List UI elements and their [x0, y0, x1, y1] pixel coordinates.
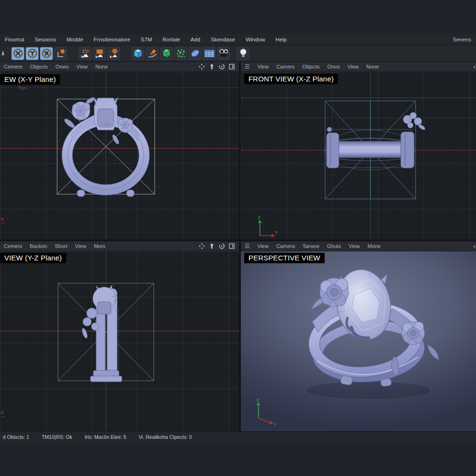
menubar-right-label: Senens: [453, 37, 471, 42]
camera-icon[interactable]: [217, 47, 230, 60]
viewport-front-menubar: ☰ View Camers Objscts Onos View None: [241, 62, 476, 72]
viewport-side: Cemers Backon Short View Mors: [0, 241, 239, 431]
viewport-menu-item[interactable]: Cemere: [4, 64, 22, 69]
effector-icon[interactable]: [174, 47, 187, 60]
viewport-menu-item[interactable]: View: [75, 243, 87, 249]
viewport-menu-item[interactable]: Cemers: [4, 243, 22, 249]
ring-side-ortho-scene: [0, 251, 239, 431]
rotate-tool-icon[interactable]: [40, 47, 53, 60]
ring-front-wireframe-scene: [0, 72, 239, 239]
viewport-title: PERSPECTIVE VIEW: [244, 253, 325, 263]
axis-gizmo: z x: [251, 398, 280, 426]
scale-tool-icon[interactable]: [26, 47, 39, 60]
status-renderable: Vi. Reailkoha Ctpects: 0: [139, 434, 192, 440]
viewport-menu-item[interactable]: Mors: [94, 243, 105, 249]
viewport-front-canvas[interactable]: FRONT VIEW (X-Z Plane) z x: [241, 72, 476, 239]
viewport-menu-item[interactable]: Camera: [276, 243, 295, 249]
viewport-subtitle: Tays: [18, 86, 27, 90]
pan-icon[interactable]: [198, 243, 205, 249]
viewport-menu-item[interactable]: View: [77, 64, 88, 69]
cube-primitive-icon[interactable]: [131, 47, 144, 60]
pan-icon[interactable]: [473, 64, 476, 70]
menu-item[interactable]: Help: [276, 37, 287, 42]
application-window: Fioomst Sesoons Modde Frnsitieonatore S7…: [0, 0, 476, 476]
pan-icon[interactable]: [473, 243, 476, 250]
polygons-mode-icon[interactable]: [93, 47, 106, 60]
viewport-menu-item[interactable]: Onos: [327, 64, 340, 69]
viewport-side-canvas[interactable]: VIEW (Y-Z Plane) x: [0, 251, 239, 431]
viewport-menu-item[interactable]: View: [347, 64, 359, 69]
viewport-menu-item[interactable]: Backon: [30, 243, 48, 249]
menu-item[interactable]: Skendase: [211, 37, 235, 42]
status-bar: d Obiscts: 1 TM10(RS: Ok Irts: Macōn Eie…: [0, 431, 476, 442]
axis-gizmo-partial: x: [1, 410, 3, 415]
dolly-icon[interactable]: [208, 63, 215, 70]
menu-item[interactable]: Rorlate: [162, 37, 180, 42]
hamburger-icon[interactable]: ☰: [245, 243, 250, 249]
status-objects: d Obiscts: 1: [3, 434, 29, 440]
pan-icon[interactable]: [198, 63, 205, 70]
viewport-menu-item[interactable]: Tansoe: [303, 243, 319, 249]
viewport-front: ☰ View Camers Objscts Onos View None: [241, 62, 476, 239]
viewport-menu-item[interactable]: View: [348, 243, 360, 249]
menu-item[interactable]: Add: [190, 37, 200, 42]
viewport-perspective-canvas[interactable]: PERSPECTIVE VIEW z x: [241, 251, 476, 431]
toggle-view-icon[interactable]: [228, 243, 235, 249]
hamburger-icon[interactable]: ☰: [245, 63, 250, 70]
points-mode-icon[interactable]: [79, 47, 91, 60]
orbit-icon[interactable]: [218, 243, 225, 249]
spreadsheet-icon[interactable]: [203, 47, 216, 60]
viewport-side-menubar: Cemers Backon Short View Mors: [0, 241, 239, 251]
viewport-menu-item[interactable]: Ghuts: [327, 243, 341, 249]
axis-gizmo-partial: x: [1, 216, 3, 221]
viewport-menu-item[interactable]: Objects: [30, 64, 48, 69]
menu-item[interactable]: Fioomst: [5, 37, 24, 42]
menu-item[interactable]: Modde: [67, 37, 83, 42]
viewport-title: EW (X-Y Plane): [0, 74, 60, 85]
viewport-divider-vertical[interactable]: [239, 62, 241, 431]
deformer-icon[interactable]: [188, 47, 201, 60]
viewport-menu-item[interactable]: Onws: [55, 64, 69, 69]
viewport-divider-horizontal[interactable]: [0, 239, 476, 241]
viewport-menu-item[interactable]: Objscts: [302, 64, 320, 69]
generator-icon[interactable]: [160, 47, 173, 60]
menu-item[interactable]: Frnsitieonatore: [94, 37, 130, 42]
viewport-top-menubar: Cemere Objects Onws View None: [0, 62, 239, 72]
move-tool-icon[interactable]: [11, 47, 24, 60]
light-icon[interactable]: [237, 47, 249, 60]
svg-text:x: x: [275, 229, 278, 235]
menu-item[interactable]: Sesoons: [35, 37, 56, 42]
viewport-menu-item[interactable]: View: [258, 243, 269, 249]
spline-pen-icon[interactable]: [146, 47, 159, 60]
viewport-menu-item[interactable]: Short: [55, 243, 67, 249]
orbit-icon[interactable]: [218, 63, 225, 70]
svg-text:z: z: [257, 398, 259, 403]
viewport-menu-item[interactable]: View: [258, 64, 269, 69]
viewport-menu-item[interactable]: None: [367, 64, 379, 69]
menu-item[interactable]: S7M: [141, 37, 152, 42]
viewport-top: Cemere Objects Onws View None: [0, 62, 239, 239]
status-machine: Irts: Macōn Eiee: 5: [85, 434, 127, 440]
viewport-top-canvas[interactable]: EW (X-Y Plane) Tays x: [0, 72, 239, 239]
menu-item[interactable]: Window: [246, 37, 265, 42]
toggle-view-icon[interactable]: [228, 63, 235, 70]
viewport-menu-item[interactable]: None: [95, 64, 108, 69]
viewport-perspective: ☰ View Camera Tansoe Ghuts View Mone: [241, 241, 476, 431]
axis-lock-icon[interactable]: [54, 47, 67, 60]
main-menubar: Fioomst Sesoons Modde Frnsitieonatore S7…: [0, 34, 476, 45]
svg-text:z: z: [258, 215, 260, 220]
svg-text:x: x: [274, 421, 276, 426]
axis-gizmo: z x: [250, 215, 279, 239]
viewport-perspective-menubar: ☰ View Camera Tansoe Ghuts View Mone: [241, 241, 476, 251]
viewport-menu-item[interactable]: Mone: [367, 243, 381, 249]
dolly-icon[interactable]: [208, 243, 215, 249]
cursor-icon[interactable]: [0, 47, 5, 60]
main-toolbar: [0, 45, 476, 62]
viewport-title: VIEW (Y-Z Plane): [0, 253, 66, 263]
status-memory: TM10(RS: Ok: [41, 434, 72, 440]
viewport-menu-item[interactable]: Camers: [276, 64, 295, 69]
viewport-title: FRONT VIEW (X-Z Plane): [244, 74, 338, 84]
modeling-settings-icon[interactable]: [107, 47, 120, 60]
